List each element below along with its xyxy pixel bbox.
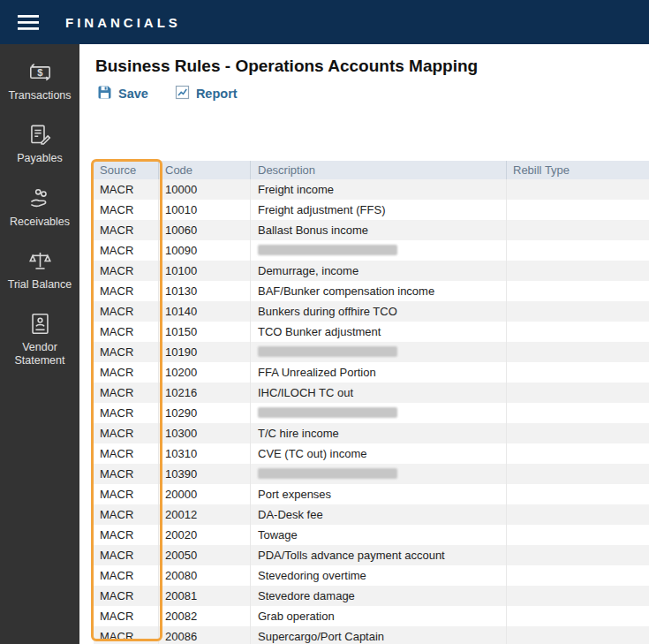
cell-rebill-type bbox=[507, 281, 649, 301]
table-row[interactable]: MACR20081Stevedore damage bbox=[94, 586, 649, 606]
cell-rebill-type bbox=[507, 606, 649, 626]
cell-rebill-type bbox=[507, 362, 649, 383]
table-row[interactable]: MACR10130BAF/Bunker compensation income bbox=[94, 281, 649, 301]
cell-code: 10216 bbox=[159, 383, 251, 403]
report-icon bbox=[175, 85, 190, 102]
table-row[interactable]: MACR20050PDA/Tolls advance payment accou… bbox=[94, 545, 649, 565]
table-row[interactable]: MACR10010Freight adjustment (FFS) bbox=[94, 200, 649, 220]
cell-rebill-type bbox=[507, 626, 649, 644]
save-button[interactable]: Save bbox=[97, 85, 148, 102]
cell-description bbox=[251, 240, 507, 261]
sidebar-item-label: Payables bbox=[17, 152, 62, 165]
cell-code: 10130 bbox=[159, 281, 251, 301]
cell-description bbox=[251, 342, 507, 362]
column-header-source[interactable]: Source bbox=[94, 161, 159, 179]
table-row[interactable]: MACR10290 bbox=[94, 403, 649, 423]
cell-description: Grab operation bbox=[251, 606, 507, 626]
sidebar-item-label: Receivables bbox=[10, 216, 70, 229]
table-row[interactable]: MACR20020Towage bbox=[94, 525, 649, 545]
cell-rebill-type bbox=[507, 322, 649, 342]
cell-description: Bunkers during offhire TCO bbox=[251, 301, 507, 322]
receivables-icon bbox=[28, 186, 52, 210]
cell-code: 10290 bbox=[159, 403, 251, 423]
cell-code: 10190 bbox=[159, 342, 251, 362]
column-header-description[interactable]: Description bbox=[251, 161, 507, 179]
cell-source: MACR bbox=[94, 443, 159, 464]
table-row[interactable]: MACR10000Freight income bbox=[94, 179, 649, 200]
cell-rebill-type bbox=[507, 504, 649, 525]
vendor-statement-icon bbox=[28, 312, 52, 336]
cell-rebill-type bbox=[507, 240, 649, 261]
trial-balance-icon bbox=[28, 249, 52, 273]
cell-code: 10310 bbox=[159, 443, 251, 464]
cell-code: 10090 bbox=[159, 240, 251, 261]
cell-code: 10000 bbox=[159, 179, 251, 200]
table-row[interactable]: MACR10060Ballast Bonus income bbox=[94, 220, 649, 240]
table-row[interactable]: MACR10390 bbox=[94, 464, 649, 484]
cell-rebill-type bbox=[507, 484, 649, 504]
cell-code: 10100 bbox=[159, 261, 251, 281]
cell-code: 20086 bbox=[159, 626, 251, 644]
sidebar-item-receivables[interactable]: Receivables bbox=[3, 186, 77, 229]
cell-source: MACR bbox=[94, 200, 159, 220]
cell-source: MACR bbox=[94, 220, 159, 240]
redacted-text bbox=[258, 407, 397, 418]
table-row[interactable]: MACR20080Stevedoring overtime bbox=[94, 565, 649, 586]
cell-code: 10060 bbox=[159, 220, 251, 240]
cell-rebill-type bbox=[507, 220, 649, 240]
cell-source: MACR bbox=[94, 342, 159, 362]
cell-description: CVE (TC out) income bbox=[251, 443, 507, 464]
sidebar-item-payables[interactable]: Payables bbox=[3, 123, 77, 165]
cell-code: 10140 bbox=[159, 301, 251, 322]
cell-description: Freight adjustment (FFS) bbox=[251, 200, 507, 220]
column-header-code[interactable]: Code bbox=[159, 161, 251, 179]
cell-source: MACR bbox=[94, 626, 159, 644]
cell-rebill-type bbox=[507, 342, 649, 362]
table-row[interactable]: MACR10140Bunkers during offhire TCO bbox=[94, 301, 649, 322]
cell-description: Supercargo/Port Captain bbox=[251, 626, 507, 644]
cell-source: MACR bbox=[94, 606, 159, 626]
table-row[interactable]: MACR10090 bbox=[94, 240, 649, 261]
table-row[interactable]: MACR10100Demurrage, income bbox=[94, 261, 649, 281]
cell-code: 10010 bbox=[159, 200, 251, 220]
accounts-mapping-table: SourceCodeDescriptionRebill Type MACR100… bbox=[94, 161, 649, 644]
cell-code: 20082 bbox=[159, 606, 251, 626]
cell-source: MACR bbox=[94, 383, 159, 403]
table-row[interactable]: MACR10310CVE (TC out) income bbox=[94, 443, 649, 464]
table-row[interactable]: MACR10150TCO Bunker adjustment bbox=[94, 322, 649, 342]
sidebar-item-vendor-statement[interactable]: Vendor Statement bbox=[3, 312, 77, 368]
cell-code: 20050 bbox=[159, 545, 251, 565]
cell-rebill-type bbox=[507, 383, 649, 403]
cell-rebill-type bbox=[507, 423, 649, 443]
report-button-label: Report bbox=[196, 87, 238, 101]
table-row[interactable]: MACR10200FFA Unrealized Portion bbox=[94, 362, 649, 383]
table-row[interactable]: MACR10300T/C hire income bbox=[94, 423, 649, 443]
cell-source: MACR bbox=[94, 179, 159, 200]
cell-code: 20000 bbox=[159, 484, 251, 504]
table-row[interactable]: MACR10190 bbox=[94, 342, 649, 362]
cell-code: 10200 bbox=[159, 362, 251, 383]
cell-source: MACR bbox=[94, 240, 159, 261]
cell-description: Stevedore damage bbox=[251, 586, 507, 606]
cell-description: Freight income bbox=[251, 179, 507, 200]
table-row[interactable]: MACR10216IHC/ILOCH TC out bbox=[94, 383, 649, 403]
cell-rebill-type bbox=[507, 179, 649, 200]
cell-code: 20012 bbox=[159, 504, 251, 525]
cell-description: Towage bbox=[251, 525, 507, 545]
table-body: MACR10000Freight incomeMACR10010Freight … bbox=[94, 179, 649, 644]
table-row[interactable]: MACR20012DA-Desk fee bbox=[94, 504, 649, 525]
report-button[interactable]: Report bbox=[175, 85, 238, 102]
column-header-rebill-type[interactable]: Rebill Type bbox=[507, 161, 649, 179]
redacted-text bbox=[258, 468, 397, 479]
cell-source: MACR bbox=[94, 525, 159, 545]
cell-rebill-type bbox=[507, 200, 649, 220]
hamburger-menu-icon[interactable] bbox=[18, 14, 41, 31]
table-row[interactable]: MACR20000Port expenses bbox=[94, 484, 649, 504]
cell-description: BAF/Bunker compensation income bbox=[251, 281, 507, 301]
sidebar-item-trial-balance[interactable]: Trial Balance bbox=[3, 249, 77, 292]
app-title: FINANCIALS bbox=[65, 15, 181, 30]
table-row[interactable]: MACR20082Grab operation bbox=[94, 606, 649, 626]
cell-code: 20080 bbox=[159, 565, 251, 586]
table-row[interactable]: MACR20086Supercargo/Port Captain bbox=[94, 626, 649, 644]
sidebar-item-transactions[interactable]: $Transactions bbox=[3, 60, 77, 102]
